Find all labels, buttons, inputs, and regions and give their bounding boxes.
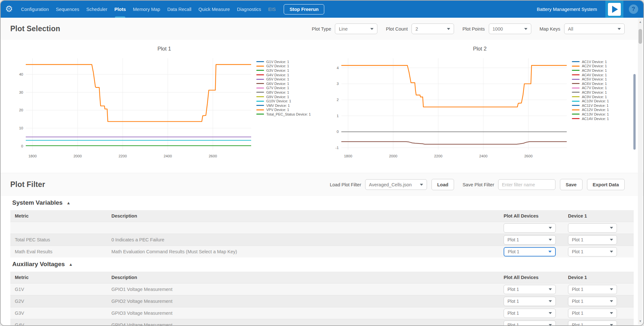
scroll-up-icon[interactable]: ▲ bbox=[638, 20, 643, 23]
legend-label: AC4V Device: 1 bbox=[582, 73, 607, 77]
device-1-select[interactable]: Plot 1 bbox=[568, 285, 617, 294]
legend-item[interactable]: Total_PEC_Status Device: 1 bbox=[256, 112, 319, 116]
legend-item[interactable]: G3V Device: 1 bbox=[256, 68, 319, 73]
help-icon[interactable]: ? bbox=[629, 5, 638, 14]
legend-item[interactable]: AC9V Device: 1 bbox=[572, 95, 635, 99]
legend-color-dash bbox=[256, 70, 264, 71]
legend-color-dash bbox=[572, 101, 580, 102]
legend-item[interactable]: G10V Device: 1 bbox=[256, 99, 319, 103]
nav-item-memory-map[interactable]: Memory Map bbox=[130, 1, 163, 18]
legend-color-dash bbox=[256, 92, 264, 93]
save-button[interactable]: Save bbox=[560, 179, 582, 190]
legend-label: G5V Device: 1 bbox=[266, 77, 289, 81]
plot-type-select[interactable]: Line bbox=[335, 23, 377, 34]
plot-all-devices-select[interactable]: Plot 1 bbox=[504, 321, 556, 326]
legend-item[interactable]: AC6V Device: 1 bbox=[572, 81, 635, 86]
svg-text:1: 1 bbox=[337, 114, 339, 118]
chevron-down-icon bbox=[549, 300, 552, 302]
nav-item-diagnostics[interactable]: Diagnostics bbox=[234, 1, 264, 18]
scrollbar-thumb[interactable] bbox=[639, 29, 642, 44]
svg-text:2600: 2600 bbox=[524, 154, 533, 158]
legend-item[interactable]: VMV Device: 1 bbox=[256, 103, 319, 108]
map-keys-select[interactable]: All bbox=[564, 23, 625, 34]
nav-item-data-recall[interactable]: Data Recall bbox=[165, 1, 194, 18]
plot-selection-controls: Plot TypeLinePlot Count2Plot Points1000M… bbox=[303, 23, 625, 34]
device-1-select[interactable] bbox=[568, 223, 617, 233]
plot-all-devices-select[interactable]: Plot 1 bbox=[504, 235, 556, 245]
legend-item[interactable]: AC14V Device: 1 bbox=[572, 116, 635, 121]
device-1-select[interactable]: Plot 1 bbox=[568, 309, 617, 318]
section-header-auxiliary-voltages[interactable]: Auxiliary Voltages▲ bbox=[12, 261, 634, 268]
legend-color-dash bbox=[256, 66, 264, 67]
legend-item[interactable]: AC10V Device: 1 bbox=[572, 99, 635, 103]
legend-item[interactable]: AC1V Device: 1 bbox=[572, 60, 635, 64]
run-button[interactable] bbox=[605, 1, 623, 18]
plots-area: Plot 118002000220024002600010203040G1V D… bbox=[1, 40, 643, 173]
load-button[interactable]: Load bbox=[431, 179, 454, 190]
svg-text:2400: 2400 bbox=[164, 154, 172, 158]
legend-item[interactable]: G7V Device: 1 bbox=[256, 86, 319, 90]
legend-label: AC6V Device: 1 bbox=[582, 82, 607, 86]
section-header-system-variables[interactable]: System Variables▲ bbox=[12, 199, 634, 206]
device-1-select[interactable]: Plot 1 bbox=[568, 321, 617, 326]
legend-label: G3V Device: 1 bbox=[266, 69, 289, 72]
legend-item[interactable]: G4V Device: 1 bbox=[256, 73, 319, 77]
legend-item[interactable]: G5V Device: 1 bbox=[256, 77, 319, 81]
legend-item[interactable]: G9V Device: 1 bbox=[256, 95, 319, 99]
inner-scrollbar-thumb[interactable] bbox=[633, 74, 636, 150]
legend-item[interactable]: AC8V Device: 1 bbox=[572, 90, 635, 95]
legend-item[interactable]: AC7V Device: 1 bbox=[572, 86, 635, 90]
legend-label: G6V Device: 1 bbox=[266, 82, 289, 86]
legend-item[interactable]: G6V Device: 1 bbox=[256, 81, 319, 86]
collapse-triangle-icon[interactable]: ▲ bbox=[66, 200, 71, 205]
legend-item[interactable]: AC4V Device: 1 bbox=[572, 73, 635, 77]
device-1-select[interactable]: Plot 1 bbox=[568, 235, 617, 245]
page-scrollbar[interactable]: ▲ ▼ bbox=[638, 18, 643, 325]
column-header-device-1: Device 1 bbox=[568, 213, 629, 219]
legend-item[interactable]: AC13V Device: 1 bbox=[572, 112, 635, 116]
chevron-down-icon bbox=[610, 251, 613, 253]
export-data-button[interactable]: Export Data bbox=[587, 179, 625, 190]
legend-item[interactable]: G1V Device: 1 bbox=[256, 60, 319, 64]
collapse-triangle-icon[interactable]: ▲ bbox=[69, 262, 73, 267]
legend-color-dash bbox=[572, 70, 580, 71]
load-filter-select[interactable]: Averaged_Cells.json bbox=[365, 179, 427, 190]
settings-gear-icon[interactable]: ⚙ bbox=[5, 5, 13, 14]
legend-color-dash bbox=[572, 83, 580, 84]
nav-item-sequences[interactable]: Sequences bbox=[53, 1, 82, 18]
legend-item[interactable]: AC5V Device: 1 bbox=[572, 77, 635, 81]
legend-item[interactable]: VPV Device: 1 bbox=[256, 108, 319, 112]
stop-freerun-button[interactable]: Stop Freerun bbox=[284, 4, 324, 14]
legend-item[interactable]: AC3V Device: 1 bbox=[572, 68, 635, 73]
legend-item[interactable]: G8V Device: 1 bbox=[256, 90, 319, 95]
device-1-select[interactable]: Plot 1 bbox=[568, 297, 617, 306]
scroll-down-icon[interactable]: ▼ bbox=[638, 320, 643, 323]
nav-item-scheduler[interactable]: Scheduler bbox=[84, 1, 110, 18]
legend-label: G4V Device: 1 bbox=[266, 73, 289, 77]
description-cell: GPIO2 Voltage Measurement bbox=[111, 299, 504, 304]
legend-item[interactable]: AC2V Device: 1 bbox=[572, 64, 635, 69]
nav-item-quick-measure[interactable]: Quick Measure bbox=[196, 1, 232, 18]
chevron-down-icon bbox=[618, 28, 621, 30]
plot-all-devices-select[interactable] bbox=[504, 223, 556, 233]
nav-item-plots[interactable]: Plots bbox=[112, 1, 128, 18]
plot-all-devices-select[interactable]: Plot 1 bbox=[504, 247, 556, 256]
device-1-select[interactable]: Plot 1 bbox=[568, 247, 617, 256]
chevron-down-icon bbox=[549, 227, 552, 229]
table-row-g3v: G3VGPIO3 Voltage MeasurementPlot 1Plot 1 bbox=[10, 307, 634, 319]
legend-item[interactable]: AC11V Device: 1 bbox=[572, 103, 635, 108]
plot-all-devices-select[interactable]: Plot 1 bbox=[504, 285, 556, 294]
plot-count-select[interactable]: 2 bbox=[412, 23, 454, 34]
table-row bbox=[10, 222, 634, 234]
legend-label: G10V Device: 1 bbox=[266, 99, 291, 103]
chevron-down-icon bbox=[548, 251, 552, 253]
nav-item-configuration[interactable]: Configuration bbox=[18, 1, 51, 18]
legend-item[interactable]: G2V Device: 1 bbox=[256, 64, 319, 69]
plot-points-select[interactable]: 1000 bbox=[489, 23, 531, 34]
plot-points-label: Plot Points bbox=[462, 26, 485, 32]
plot-all-devices-select[interactable]: Plot 1 bbox=[504, 309, 556, 318]
legend-item[interactable]: AC12V Device: 1 bbox=[572, 108, 635, 112]
filter-name-input[interactable] bbox=[498, 179, 555, 190]
plot-all-devices-select[interactable]: Plot 1 bbox=[504, 297, 556, 306]
svg-text:2600: 2600 bbox=[209, 154, 217, 158]
